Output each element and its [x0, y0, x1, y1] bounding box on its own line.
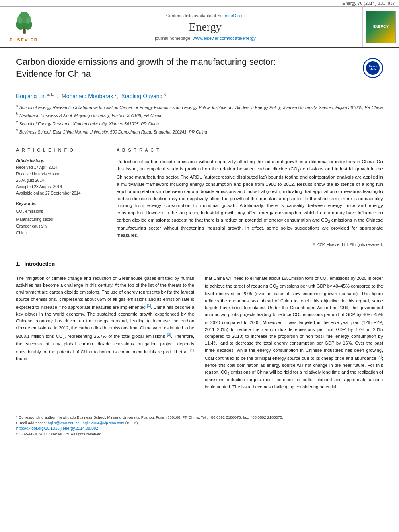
keywords-section: Keywords: CO2 emissions Manufacturing se… [16, 201, 105, 236]
body-right-col: that China will need to eliminate about … [205, 275, 383, 394]
affil-b: b Newhuadu Business School, Minjiang Uni… [16, 111, 383, 119]
author-ouyang[interactable]: Xiaoling Ouyang [121, 93, 163, 99]
keywords-title: Keywords: [16, 201, 105, 206]
page-footer: * Corresponding author. Newhuadu Busines… [0, 411, 399, 440]
abstract-col: A B S T R A C T Reduction of carbon diox… [117, 148, 383, 247]
email2-link[interactable]: bqlin2004@vip.sina.com [82, 421, 124, 425]
keyword-manufacturing: Manufacturing sector [16, 216, 105, 223]
intro-section: 1. Introduction The mitigation of climat… [16, 261, 383, 394]
article-info-col: A R T I C L E I N F O Article history: R… [16, 148, 105, 247]
article-info-header: A R T I C L E I N F O [16, 148, 105, 154]
homepage-prefix: journal homepage: [155, 36, 193, 41]
email-suffix: (B. Lin). [125, 421, 139, 425]
keyword-co2: CO2 emissions [16, 208, 105, 216]
email1-link[interactable]: bqlin@xmu.edu.cn [48, 421, 80, 425]
authors-line: Boqiang Lin a, b, *, Mohamed Moubarak c,… [16, 92, 383, 99]
affiliations-section: a School of Energy Research, Collaborati… [16, 103, 383, 135]
journal-title-center: Contents lists available at ScienceDirec… [48, 7, 363, 47]
footer-corresponding: * Corresponding author. Newhuadu Busines… [16, 415, 383, 419]
affil-c: c School of Energy Research, Xiamen Univ… [16, 120, 383, 127]
section-label: Introduction [24, 261, 55, 267]
energy-logo-box: ENERGY [363, 7, 399, 47]
article-history-section: Article history: Received 17 April 2014 … [16, 158, 105, 197]
keyword-granger: Granger causality [16, 223, 105, 230]
journal-name-display: Energy [189, 21, 221, 33]
crossmark-inner: CrossMark [366, 61, 380, 75]
keyword-china: China [16, 230, 105, 236]
history-item-2: Received in revised form [16, 171, 105, 177]
homepage-url[interactable]: www.elsevier.com/locate/energy [193, 36, 256, 41]
crossmark-text: CrossMark [369, 65, 377, 71]
elsevier-tree-icon [12, 12, 36, 36]
divider-2 [16, 255, 383, 255]
affil-a: a School of Energy Research, Collaborati… [16, 103, 383, 111]
history-title: Article history: [16, 158, 105, 163]
crossmark-badge: CrossMark [363, 58, 383, 78]
abstract-header: A B S T R A C T [117, 148, 383, 154]
copyright-line: © 2014 Elsevier Ltd. All rights reserved… [117, 242, 383, 247]
body-left-col: The mitigation of climate change and red… [16, 275, 194, 394]
intro-heading: 1. Introduction [16, 261, 383, 267]
intro-left-paragraph: The mitigation of climate change and red… [16, 275, 194, 362]
history-item-5: Available online 27 September 2014 [16, 190, 105, 197]
footer-issn: 0360-5442/© 2014 Elsevier Ltd. All right… [16, 432, 383, 436]
citation-text: Energy 76 (2014) 830–837 [342, 1, 395, 6]
section-number: 1. [16, 261, 21, 267]
sciencedirect-line: Contents lists available at ScienceDirec… [166, 13, 245, 18]
intro-right-paragraph: that China will need to eliminate about … [205, 275, 383, 390]
main-content: CrossMark Carbon dioxide emissions and g… [0, 48, 399, 403]
body-two-col: The mitigation of climate change and red… [16, 275, 383, 394]
homepage-line: journal homepage: www.elsevier.com/locat… [155, 36, 256, 41]
article-title: Carbon dioxide emissions and growth of t… [16, 56, 383, 80]
elsevier-brand-label: ELSEVIER [10, 37, 38, 42]
divider-1 [16, 142, 383, 142]
abstract-text: Reduction of carbon dioxide emissions wi… [117, 158, 383, 239]
author-ouyang-sup: d [164, 92, 166, 97]
journal-header: ELSEVIER Contents lists available at Sci… [0, 7, 399, 48]
energy-logo-image: ENERGY [366, 11, 396, 43]
author-boqiang[interactable]: Boqiang Lin [16, 93, 46, 99]
sciencedirect-link[interactable]: ScienceDirect [217, 13, 245, 18]
author-moubarak-sup: c [115, 92, 117, 97]
email-label: E-mail addresses: [16, 421, 48, 425]
doi-link[interactable]: http://dx.doi.org/10.1016/j.energy.2014.… [16, 426, 383, 431]
history-item-1: Received 17 April 2014 [16, 164, 105, 171]
article-info-abstract-section: A R T I C L E I N F O Article history: R… [16, 148, 383, 247]
title-area: CrossMark Carbon dioxide emissions and g… [16, 56, 383, 87]
footer-email-line: E-mail addresses: bqlin@xmu.edu.cn , bql… [16, 421, 383, 425]
history-item-3: 26 August 2014 [16, 177, 105, 184]
author-moubarak[interactable]: Mohamed Moubarak [62, 93, 113, 99]
history-item-4: Accepted 28 August 2014 [16, 184, 105, 190]
author-boqiang-sup: a, b, * [47, 92, 57, 97]
crossmark-area: CrossMark [363, 58, 383, 78]
affil-d: d Business School, East China Normal Uni… [16, 128, 383, 135]
sciencedirect-prefix: Contents lists available at [166, 13, 218, 18]
citation-bar: Energy 76 (2014) 830–837 [0, 0, 399, 7]
energy-logo-text: ENERGY [373, 25, 389, 29]
footer-doi[interactable]: http://dx.doi.org/10.1016/j.energy.2014.… [16, 426, 383, 431]
elsevier-logo-area: ELSEVIER [0, 7, 48, 47]
